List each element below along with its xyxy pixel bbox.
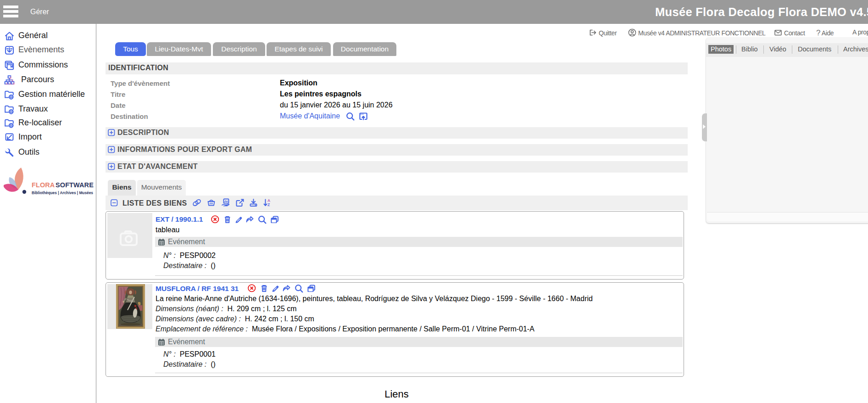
svg-text:FLORA: FLORA bbox=[32, 181, 55, 189]
svg-text:SOFTWARE: SOFTWARE bbox=[56, 181, 94, 189]
svg-text:Bibliothèques | Archives | Mus: Bibliothèques | Archives | Musées bbox=[32, 190, 93, 195]
